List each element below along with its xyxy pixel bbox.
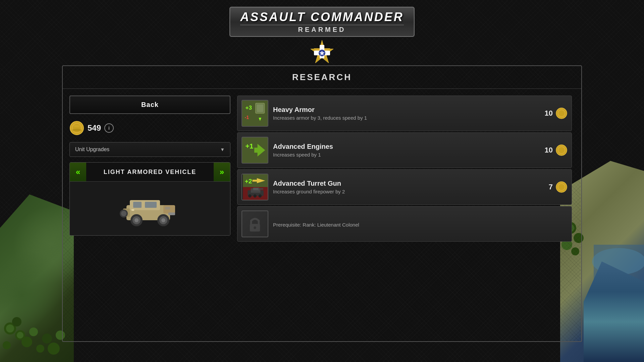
unit-selector: « LIGHT ARMORED VEHICLE » xyxy=(69,162,230,236)
upgrade-cost-advanced-engines: 10 xyxy=(545,144,568,156)
unit-vehicle-image xyxy=(116,188,183,229)
svg-rect-71 xyxy=(258,188,263,190)
dropdown-label: Unit Upgrades xyxy=(75,146,109,153)
upgrade-icon-heavy-armor: +3 -1 xyxy=(241,100,268,127)
svg-point-7 xyxy=(3,341,11,349)
unit-next-button[interactable]: » xyxy=(214,163,230,181)
svg-point-72 xyxy=(248,194,252,198)
upgrades-list: +3 -1 Heavy Armor Increases armor by xyxy=(237,96,575,334)
upgrade-desc-heavy-armor: Increases armor by 3, reduces speed by 1 xyxy=(273,115,540,121)
svg-text:+1: +1 xyxy=(246,142,254,150)
right-column: +3 -1 Heavy Armor Increases armor by xyxy=(237,96,575,334)
back-button[interactable]: Back xyxy=(69,96,230,114)
upgrade-coin-icon-turret xyxy=(555,181,568,193)
unit-name: LIGHT ARMORED VEHICLE xyxy=(86,164,213,180)
upgrade-cost-amount-heavy-armor: 10 xyxy=(545,109,553,118)
svg-rect-36 xyxy=(168,213,175,215)
title-banner: ASSAULT COMMANDER REARMED xyxy=(229,7,414,37)
unit-image-container xyxy=(70,182,230,235)
upgrade-coin-icon-heavy-armor xyxy=(555,107,568,119)
upgrade-desc-advanced-turret: Increases ground firepower by 2 xyxy=(273,189,544,194)
main-panel: RESEARCH Back 549 i Un xyxy=(62,65,582,342)
upgrade-item-advanced-turret[interactable]: +2 xyxy=(237,169,572,205)
svg-point-29 xyxy=(72,129,82,131)
upgrade-desc-advanced-engines: Increases speed by 1 xyxy=(273,152,540,158)
svg-rect-51 xyxy=(257,104,263,112)
upgrade-item-locked[interactable]: Prerequisite: Rank: Lieutenant Colonel xyxy=(237,206,572,242)
svg-point-45 xyxy=(121,211,126,216)
upgrade-name-heavy-armor: Heavy Armor xyxy=(273,106,540,114)
svg-rect-33 xyxy=(133,202,142,208)
prev-chevron-icon: « xyxy=(76,167,80,176)
unit-nav: « LIGHT ARMORED VEHICLE » xyxy=(70,163,230,182)
upgrade-name-advanced-engines: Advanced Engines xyxy=(273,143,540,150)
svg-point-73 xyxy=(253,194,257,198)
svg-point-6 xyxy=(29,327,38,336)
svg-point-80 xyxy=(254,227,256,229)
svg-rect-47 xyxy=(165,207,170,209)
svg-point-74 xyxy=(259,194,262,198)
currency-amount: 549 xyxy=(88,123,101,133)
upgrade-info-advanced-engines: Advanced Engines Increases speed by 1 xyxy=(273,143,540,158)
svg-text:-1: -1 xyxy=(245,115,249,120)
game-subtitle: REARMED xyxy=(240,25,404,34)
currency-row: 549 i xyxy=(69,119,230,137)
svg-point-40 xyxy=(135,218,139,222)
upgrade-cost-amount-advanced-turret: 7 xyxy=(549,183,553,191)
upgrade-cost-amount-advanced-engines: 10 xyxy=(545,146,553,155)
svg-point-8 xyxy=(42,334,52,344)
left-column: Back 549 i Unit Upgrades ▼ xyxy=(69,96,230,334)
svg-text:+2: +2 xyxy=(245,178,252,185)
medal-emblem xyxy=(309,40,335,66)
next-chevron-icon: » xyxy=(220,167,224,176)
svg-point-3 xyxy=(17,332,23,339)
upgrade-info-locked: Prerequisite: Rank: Lieutenant Colonel xyxy=(273,221,563,228)
svg-point-9 xyxy=(48,343,60,355)
svg-rect-67 xyxy=(253,180,258,182)
svg-point-43 xyxy=(161,218,165,222)
panel-title: RESEARCH xyxy=(63,66,581,89)
upgrade-name-advanced-turret: Advanced Turret Gun xyxy=(273,180,544,187)
svg-rect-34 xyxy=(145,202,157,208)
unit-prev-button[interactable]: « xyxy=(70,163,86,181)
upgrade-icon-locked xyxy=(241,210,268,237)
upgrade-item-heavy-armor[interactable]: +3 -1 Heavy Armor Increases armor by xyxy=(237,96,572,131)
svg-point-62 xyxy=(558,147,565,153)
upgrade-coin-icon-engines xyxy=(555,144,568,156)
upgrade-item-advanced-engines[interactable]: +1 Advanced Engines Increases speed by 1… xyxy=(237,132,572,168)
upgrade-icon-advanced-engines: +1 xyxy=(241,137,268,164)
svg-point-13 xyxy=(592,248,644,275)
header: ASSAULT COMMANDER REARMED xyxy=(0,0,644,67)
upgrade-icon-advanced-turret: +2 xyxy=(241,174,268,200)
svg-point-1 xyxy=(6,324,14,333)
dropdown-arrow-icon: ▼ xyxy=(220,147,225,152)
info-button[interactable]: i xyxy=(104,123,114,133)
upgrade-info-heavy-armor: Heavy Armor Increases armor by 3, reduce… xyxy=(273,106,540,121)
svg-point-4 xyxy=(12,317,21,326)
svg-point-11 xyxy=(36,345,44,353)
coin-icon xyxy=(69,121,84,135)
game-title: ASSAULT COMMANDER xyxy=(240,10,404,24)
svg-point-77 xyxy=(558,184,565,190)
svg-text:+3: +3 xyxy=(246,105,252,111)
upgrade-cost-advanced-turret: 7 xyxy=(549,181,568,193)
upgrade-info-advanced-turret: Advanced Turret Gun Increases ground fir… xyxy=(273,180,544,194)
svg-point-56 xyxy=(558,110,565,116)
upgrade-cost-heavy-armor: 10 xyxy=(545,107,568,119)
upgrade-desc-locked: Prerequisite: Rank: Lieutenant Colonel xyxy=(273,222,563,228)
svg-point-5 xyxy=(21,337,32,347)
unit-type-dropdown[interactable]: Unit Upgrades ▼ xyxy=(69,142,230,157)
svg-rect-46 xyxy=(131,209,134,211)
